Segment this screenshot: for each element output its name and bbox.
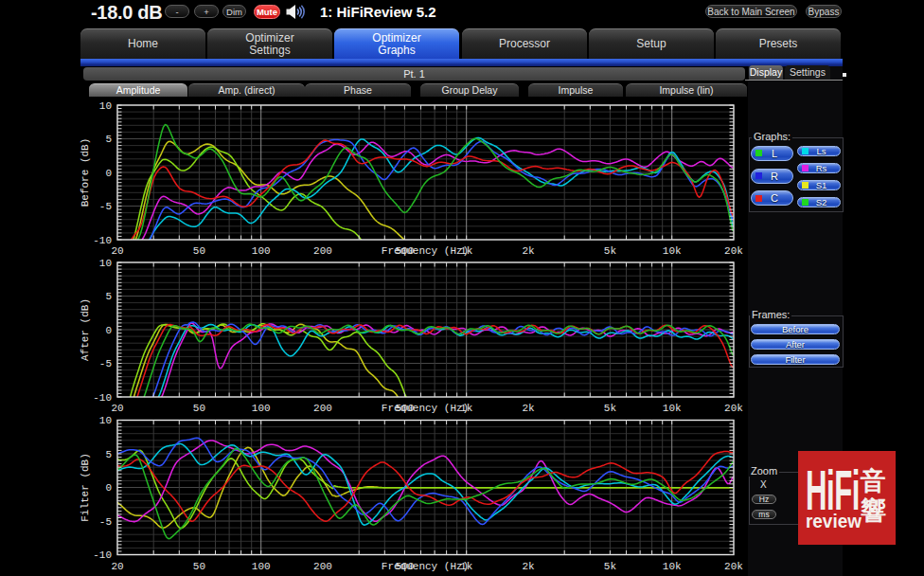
svg-text:10k: 10k [663, 245, 682, 257]
svg-text:50: 50 [193, 245, 205, 257]
svg-text:20: 20 [111, 403, 123, 414]
svg-text:20k: 20k [724, 403, 743, 414]
svg-text:Frequency (Hz): Frequency (Hz) [382, 403, 469, 414]
svg-text:100: 100 [252, 245, 271, 257]
svg-text:100: 100 [252, 403, 271, 414]
svg-text:50: 50 [193, 403, 205, 414]
svg-text:50: 50 [193, 561, 205, 572]
svg-text:200: 200 [313, 245, 332, 257]
svg-text:Before (dB): Before (dB) [80, 138, 91, 207]
svg-text:20: 20 [111, 561, 123, 572]
svg-text:0: 0 [105, 325, 112, 336]
svg-text:5k: 5k [604, 403, 617, 414]
svg-text:200: 200 [313, 561, 332, 572]
svg-text:2k: 2k [522, 245, 535, 257]
svg-text:-5: -5 [99, 358, 112, 369]
svg-text:10k: 10k [663, 403, 682, 414]
svg-text:200: 200 [313, 403, 332, 414]
svg-text:5: 5 [105, 134, 112, 145]
svg-text:-10: -10 [93, 392, 112, 404]
svg-text:-10: -10 [93, 549, 112, 561]
svg-text:-5: -5 [99, 201, 112, 212]
svg-text:10: 10 [99, 415, 112, 426]
svg-text:2k: 2k [522, 403, 535, 414]
svg-text:0: 0 [105, 482, 112, 494]
svg-text:-10: -10 [93, 235, 112, 246]
svg-text:-5: -5 [99, 516, 112, 528]
svg-text:2k: 2k [522, 561, 535, 572]
svg-text:5: 5 [105, 449, 112, 460]
svg-text:20k: 20k [724, 561, 743, 572]
svg-text:5k: 5k [604, 245, 617, 257]
svg-text:After (dB): After (dB) [80, 298, 91, 361]
svg-text:Filter (dB): Filter (dB) [80, 453, 91, 522]
svg-text:10k: 10k [663, 561, 682, 572]
svg-text:Frequency (Hz): Frequency (Hz) [382, 245, 469, 257]
svg-text:5: 5 [105, 291, 112, 302]
svg-text:Frequency (Hz): Frequency (Hz) [382, 561, 469, 572]
svg-text:100: 100 [252, 561, 271, 572]
svg-text:10: 10 [99, 100, 112, 112]
svg-text:0: 0 [105, 168, 112, 179]
svg-text:5k: 5k [604, 561, 617, 572]
svg-text:10: 10 [99, 258, 112, 269]
svg-text:20k: 20k [724, 245, 743, 257]
svg-text:20: 20 [111, 245, 123, 257]
